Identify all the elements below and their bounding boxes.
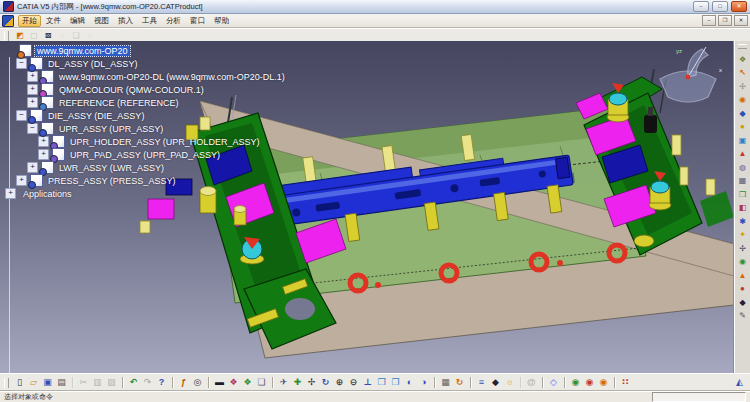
tree-item-label[interactable]: REFERENCE (REFERENCE) [57,98,181,108]
tree-expander[interactable]: − [27,123,38,134]
section-icon[interactable]: ▲ [737,270,748,281]
tree-expander[interactable]: + [27,71,38,82]
tree-item-label[interactable]: UPR_HOLDER_ASSY (UPR_HOLDER_ASSY) [68,137,261,147]
measure-icon[interactable]: ✦ [737,229,748,240]
maximize-button[interactable]: □ [712,1,728,12]
paste-icon[interactable]: ▨ [105,376,118,389]
component-icon[interactable]: ◉ [737,94,748,105]
normal-view-icon[interactable]: ⊥ [361,376,374,389]
tree-expander[interactable]: − [16,58,27,69]
update-assembly-icon[interactable]: ✱ [737,216,748,227]
viewport-3d[interactable]: yz x www.9qmw.com-OP20 − DL_ASSY (DL_ASS… [0,41,750,373]
tree-expander[interactable]: + [38,136,49,147]
catia-app-icon[interactable] [3,1,14,12]
tree-item-label[interactable]: www.9qmw.com-OP20 [35,46,130,56]
tree-item-applications[interactable]: + Applications [2,187,332,200]
catia-logo-icon[interactable]: ◭ [733,376,746,389]
help-icon[interactable]: ? [155,376,168,389]
tree-item-label[interactable]: QMW-COLOUR (QMW-COLOUR.1) [57,85,206,95]
sketch-tool-icon[interactable]: ✎ [737,310,748,321]
save-icon[interactable]: ▣ [41,376,54,389]
tree-item-reference[interactable]: + REFERENCE (REFERENCE) [2,96,332,109]
fit-all-in-icon[interactable]: ✚ [291,376,304,389]
dark-view-icon[interactable]: ◆ [489,376,502,389]
disabled-tool-icon-1[interactable]: ◌ [56,30,68,42]
toolbar-grip[interactable] [738,44,747,49]
print-icon[interactable]: ▤ [55,376,68,389]
zoom-in-icon[interactable]: ⊕ [333,376,346,389]
tree-item-press-assy[interactable]: + PRESS_ASSY (PRESS_ASSY) [2,174,332,187]
toolbar-grip[interactable] [4,31,9,41]
menu-tools[interactable]: 工具 [138,15,161,27]
product-structure-icon[interactable]: ❖ [737,54,748,65]
tree-item-label[interactable]: www.9qmw.com-OP20-DL (www.9qmw.com-OP20-… [57,72,287,82]
shading-icon[interactable]: ◐ [403,376,416,389]
open-icon[interactable]: ▱ [27,376,40,389]
tree-item-qmw-colour[interactable]: + QMW-COLOUR (QMW-COLOUR.1) [2,83,332,96]
tree-expander[interactable]: + [38,149,49,160]
tree-item-label[interactable]: DL_ASSY (DL_ASSY) [46,59,139,69]
tree-item-root-op20[interactable]: www.9qmw.com-OP20 [2,44,332,57]
tree-item-label[interactable]: PRESS_ASSY (PRESS_ASSY) [46,176,177,186]
tree-expander[interactable]: + [27,84,38,95]
tree-item-dl-assy[interactable]: − DL_ASSY (DL_ASSY) [2,57,332,70]
update-icon[interactable]: ↻ [453,376,466,389]
title-bar[interactable]: CATIA V5 内部网 - [www.9qmw.com-OP20.CATPro… [0,0,750,14]
disabled-tool-icon-2[interactable]: ❏ [70,30,82,42]
fly-mode-icon[interactable]: ✈ [277,376,290,389]
light-icon[interactable]: ☼ [503,376,516,389]
explode-icon[interactable]: ❒ [737,189,748,200]
copy-icon[interactable]: ▥ [91,376,104,389]
layers-icon[interactable]: ≡ [475,376,488,389]
grid-icon[interactable]: ∷ [619,376,632,389]
iso-view-icon[interactable]: ❒ [375,376,388,389]
render-ball-red-icon[interactable]: ◉ [583,376,596,389]
fastener-icon[interactable]: ● [737,121,748,132]
tree-item-label[interactable]: Applications [21,189,74,199]
rotate-view-icon[interactable]: ↻ [319,376,332,389]
multi-view-icon[interactable]: ❐ [389,376,402,389]
disabled-tool-icon-3[interactable]: ◌ [84,30,96,42]
render-ball-green-icon[interactable]: ◉ [569,376,582,389]
screen-icon[interactable]: ▬ [213,376,226,389]
part-icon[interactable]: ◆ [737,108,748,119]
tree-item-label[interactable]: UPR_PAD_ASSY (UPR_PAD_ASSY) [68,150,222,160]
tree-item-die-assy[interactable]: − DIE_ASSY (DIE_ASSY) [2,109,332,122]
tree-item-upr-holder-assy[interactable]: + UPR_HOLDER_ASSY (UPR_HOLDER_ASSY) [2,135,332,148]
zoom-out-icon[interactable]: ⊖ [347,376,360,389]
tree-expander[interactable]: + [27,162,38,173]
menu-start[interactable]: 开始 [18,15,41,27]
tree-item-upr-pad-assy[interactable]: + UPR_PAD_ASSY (UPR_PAD_ASSY) [2,148,332,161]
tree-item-upr-assy[interactable]: − UPR_ASSY (UPR_ASSY) [2,122,332,135]
snap-tool-icon[interactable]: ✢ [737,81,748,92]
minimize-button[interactable]: – [693,1,709,12]
new-window-icon[interactable]: ❏ [255,376,268,389]
undo-icon[interactable]: ↶ [127,376,140,389]
clash-icon[interactable]: ◧ [737,202,748,213]
child-close-button[interactable]: ✕ [734,15,748,26]
document-type-icon[interactable] [2,15,14,27]
search-icon[interactable]: ◎ [191,376,204,389]
tree-item-label[interactable]: LWR_ASSY (LWR_ASSY) [57,163,166,173]
dark-tool-icon[interactable]: ◆ [737,297,748,308]
menu-window[interactable]: 窗口 [186,15,209,27]
capture-screen-icon[interactable]: ⊠ [42,30,54,42]
tree-item-lwr-assy[interactable]: + LWR_ASSY (LWR_ASSY) [2,161,332,174]
workbench-icon[interactable]: ◩ [14,30,26,42]
select-cursor-icon[interactable]: ↖ [737,67,748,78]
close-button[interactable]: ✕ [731,1,747,12]
menu-file[interactable]: 文件 [42,15,65,27]
capture-icon[interactable]: ▦ [439,376,452,389]
menu-insert[interactable]: 插入 [114,15,137,27]
reuse-pattern-icon[interactable]: ▦ [737,175,748,186]
existing-component-icon[interactable]: ▣ [737,135,748,146]
move-icon[interactable]: ✢ [737,243,748,254]
redo-icon[interactable]: ↷ [141,376,154,389]
tree-item-label[interactable]: DIE_ASSY (DIE_ASSY) [46,111,146,121]
toolbar-grip[interactable] [4,378,9,388]
shading-edges-icon[interactable]: ◑ [417,376,430,389]
wireframe-part-icon[interactable]: ◇ [547,376,560,389]
new-document-icon[interactable]: ▯ [13,376,26,389]
child-minimize-button[interactable]: – [702,15,716,26]
constraint-icon[interactable]: ▲ [737,148,748,159]
